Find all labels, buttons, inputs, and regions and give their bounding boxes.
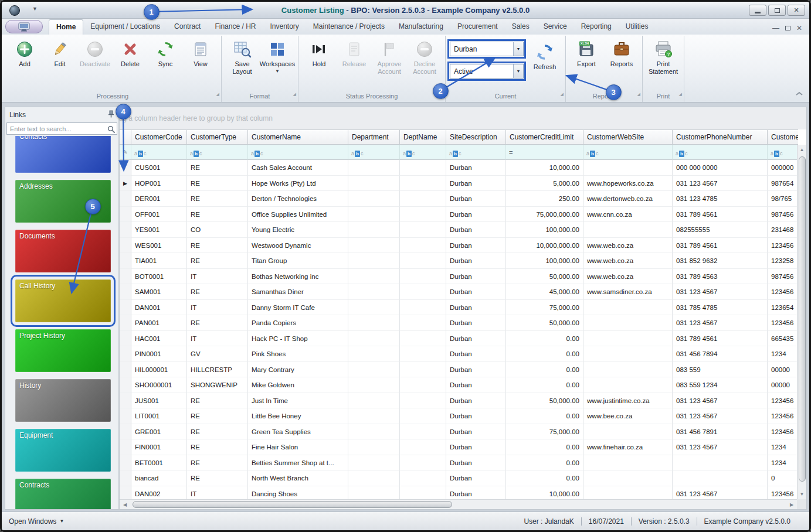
edit-button[interactable]: Edit: [42, 37, 77, 68]
save-layout-button[interactable]: Save Layout: [225, 37, 260, 76]
grid-row-yes001[interactable]: YES001COYoung ElectricDurban100,000.0008…: [120, 222, 798, 238]
grid-row-dan001[interactable]: DAN001ITDanny Storm IT CafeDurban75,000.…: [120, 300, 798, 316]
ribbon-collapse-icon[interactable]: [795, 88, 803, 99]
chevron-down-icon[interactable]: ▼: [513, 64, 523, 78]
tab-service[interactable]: Service: [537, 19, 574, 35]
application-menu-button[interactable]: [5, 20, 43, 33]
tab-reporting[interactable]: Reporting: [574, 19, 619, 35]
column-header-customertype[interactable]: CustomerType: [187, 129, 248, 145]
filter-cell-department[interactable]: abc: [348, 145, 400, 160]
tab-home[interactable]: Home: [49, 19, 83, 35]
workspaces-button[interactable]: Workspaces▼: [260, 37, 295, 74]
export-button[interactable]: XLSHExport: [569, 37, 604, 68]
tab-inventory[interactable]: Inventory: [263, 19, 306, 35]
column-header-deptname[interactable]: DeptName: [400, 129, 446, 145]
close-button[interactable]: ✕: [788, 5, 805, 16]
pin-icon[interactable]: [108, 110, 114, 120]
site-filter-dropdown[interactable]: Durban ▼: [450, 42, 524, 56]
grid-row-sho000001[interactable]: SHO000001SHONGWENIPMike GoldwenDurban0.0…: [120, 377, 798, 393]
grid-row-hil000001[interactable]: HIL000001HILLCRESTPMary ContraryDurban0.…: [120, 362, 798, 378]
grid-row-gre001[interactable]: GRE001REGreen Tea SuppliesDurban75,000.0…: [120, 424, 798, 440]
column-header-customerwebsite[interactable]: CustomerWebSite: [583, 129, 673, 145]
filter-cell-sitedescription[interactable]: abc: [446, 145, 506, 160]
tab-utilities[interactable]: Utilities: [619, 19, 656, 35]
view-button[interactable]: View: [183, 37, 218, 68]
grid-row-bet0001[interactable]: BET0001REBetties Summer Shop at t...Durb…: [120, 455, 798, 471]
open-windows-button[interactable]: Open Windows ▼: [9, 517, 64, 526]
links-search-input[interactable]: [6, 122, 117, 135]
grid-row-biancad[interactable]: biancadRENorth West BranchDurban0.000: [120, 470, 798, 486]
vertical-scrollbar[interactable]: ▲ ▼: [797, 145, 806, 499]
column-header-customerphonenumber[interactable]: CustomerPhoneNumber: [673, 129, 768, 145]
grid-row-jus001[interactable]: JUS001REJust In TimeDurban50,000.00www.j…: [120, 393, 798, 409]
mdi-close-icon[interactable]: ✕: [796, 25, 802, 31]
tab-procurement[interactable]: Procurement: [450, 19, 505, 35]
hold-button[interactable]: Hold: [301, 37, 337, 68]
scroll-down-icon[interactable]: ▼: [798, 490, 806, 499]
group-dialog-launcher-icon[interactable]: ◢: [679, 89, 682, 100]
grid-row-tia001[interactable]: TIA001RETitan GroupDurban100,000.00www.w…: [120, 253, 798, 269]
minimize-button[interactable]: [749, 5, 766, 16]
tab-maintenance-projects[interactable]: Maintenance / Projects: [306, 19, 392, 35]
filter-cell-customercreditlimit[interactable]: =: [506, 145, 583, 160]
grid-row-der001[interactable]: DER001REDerton / TechnologiesDurban250.0…: [120, 191, 798, 207]
horizontal-scroll-thumb[interactable]: [133, 501, 452, 508]
filter-cell-customertype[interactable]: abc: [187, 145, 248, 160]
tab-equipment-locations[interactable]: Equipment / Locations: [83, 19, 167, 35]
group-dialog-launcher-icon[interactable]: ◢: [561, 89, 564, 100]
grid-row-bot0001[interactable]: BOT0001ITBothas Networking incDurban50,0…: [120, 269, 798, 285]
print-statement-button[interactable]: ?Print Statement: [646, 37, 681, 76]
filter-cell-customername[interactable]: abc: [248, 145, 348, 160]
column-header-customername[interactable]: CustomerName: [248, 129, 348, 145]
grid-row-sam001[interactable]: SAM001RESamanthas DinerDurban45,000.00ww…: [120, 284, 798, 300]
grid-row-lit0001[interactable]: LIT0001RELittle Bee HoneyDurban0.00www.b…: [120, 408, 798, 424]
links-tile-call-history[interactable]: Call History: [15, 279, 111, 322]
mdi-restore-icon[interactable]: [785, 26, 790, 30]
tab-finance-hr[interactable]: Finance / HR: [208, 19, 263, 35]
status-filter-dropdown[interactable]: Active ▼: [450, 64, 524, 79]
mdi-minimize-icon[interactable]: —: [772, 25, 779, 31]
grid-row-fin0001[interactable]: FIN0001REFine Hair SalonDurban0.00www.fi…: [120, 439, 798, 455]
links-tile-project-history[interactable]: Project History: [15, 329, 111, 372]
links-tile-contracts[interactable]: Contracts: [15, 479, 111, 509]
column-header-department[interactable]: Department: [348, 129, 400, 145]
tab-sales[interactable]: Sales: [505, 19, 537, 35]
chevron-down-icon[interactable]: ▼: [513, 42, 523, 56]
group-by-bar[interactable]: Drag a column header here to group by th…: [120, 107, 806, 129]
filter-cell-customerphonenumber[interactable]: abc: [673, 145, 768, 160]
filter-cell-deptname[interactable]: abc: [400, 145, 446, 160]
grid-row-wes001[interactable]: WES001REWestwood DynamicDurban10,000,000…: [120, 238, 798, 254]
scroll-left-icon[interactable]: ◀: [120, 500, 130, 509]
links-tile-documents[interactable]: Documents: [15, 230, 111, 272]
group-dialog-launcher-icon[interactable]: ◢: [637, 89, 640, 100]
links-tile-equipment[interactable]: Equipment: [15, 429, 111, 472]
horizontal-scrollbar[interactable]: ◀ ▶: [120, 499, 797, 509]
column-header-sitedescription[interactable]: SiteDescription: [446, 129, 506, 145]
refresh-button[interactable]: Refresh: [527, 40, 562, 71]
add-button[interactable]: Add: [7, 37, 42, 68]
scroll-right-icon[interactable]: ▶: [787, 500, 796, 509]
grid-row-off001[interactable]: OFF001REOffice Supplies UnlimitedDurban7…: [120, 207, 798, 223]
column-header-customercode[interactable]: CustomerCode: [131, 129, 187, 145]
delete-button[interactable]: Delete: [113, 37, 148, 68]
links-tile-contacts[interactable]: Contacts: [15, 136, 111, 173]
column-header-customercreditlimit[interactable]: CustomerCreditLimit: [506, 129, 583, 145]
grid-row-cus001[interactable]: CUS001RECash Sales AccountDurban10,000.0…: [120, 160, 798, 176]
links-tile-history[interactable]: History: [15, 379, 111, 422]
grid-row-pin0001[interactable]: PIN0001GVPink ShoesDurban0.00031 456 789…: [120, 346, 798, 362]
filter-cell-customerwebsite[interactable]: abc: [583, 145, 673, 160]
scroll-up-icon[interactable]: ▲: [798, 145, 806, 154]
sync-button[interactable]: Sync: [148, 37, 183, 68]
grid-row-hac001[interactable]: HAC001ITHack PC - IT ShopDurban0.00031 7…: [120, 331, 798, 347]
maximize-button[interactable]: [768, 5, 786, 16]
reports-button[interactable]: Reports: [604, 37, 639, 68]
filter-cell-customerv[interactable]: abc: [768, 145, 798, 160]
group-dialog-launcher-icon[interactable]: ◢: [293, 89, 296, 100]
grid-row-dan002[interactable]: DAN002ITDancing ShoesDurban10,000.00031 …: [120, 486, 798, 500]
grid-row-pan001[interactable]: PAN001REPanda CopiersDurban50,000.00031 …: [120, 315, 798, 331]
vertical-scroll-thumb[interactable]: [799, 156, 806, 482]
tab-manufacturing[interactable]: Manufacturing: [392, 19, 450, 35]
group-dialog-launcher-icon[interactable]: ◢: [216, 89, 219, 100]
column-header-customerv[interactable]: CustomerV: [768, 129, 798, 145]
filter-cell-customercode[interactable]: abc: [131, 145, 187, 160]
